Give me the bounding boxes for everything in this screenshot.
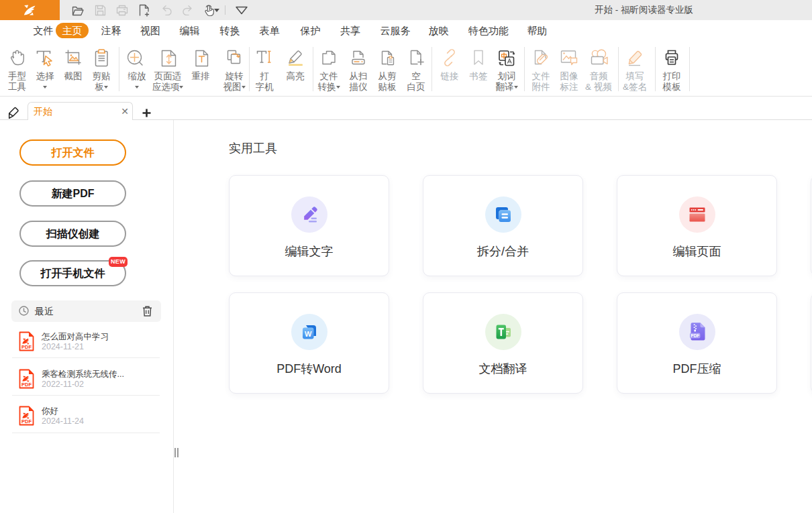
svg-text:PDF: PDF (21, 418, 32, 424)
svg-text:PDF: PDF (691, 333, 699, 338)
svg-text:W: W (305, 330, 312, 338)
svg-text:PDF: PDF (21, 382, 32, 388)
svg-text:PDF: PDF (21, 344, 32, 350)
